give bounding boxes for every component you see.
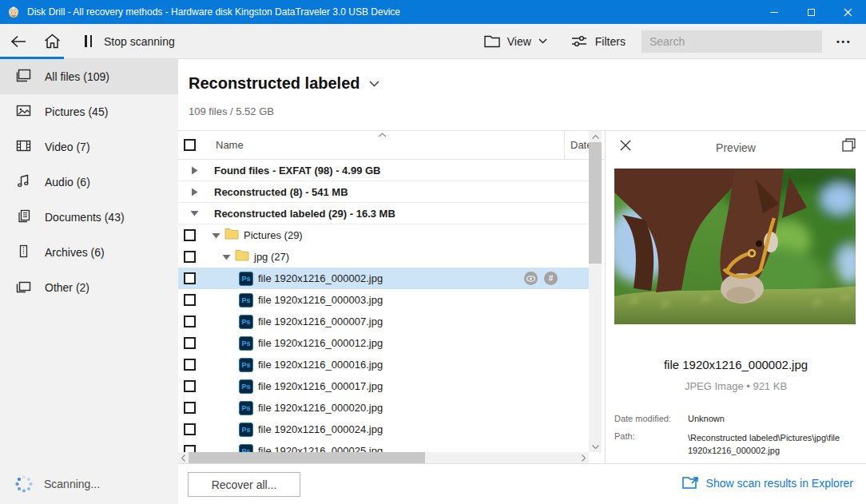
sidebar-item-all[interactable]: All files (109) [0,59,178,94]
file-row[interactable]: Psfile 1920x1216_000003.jpg [178,289,589,311]
close-icon [844,8,852,17]
preview-eye-button[interactable] [524,272,538,285]
search-input[interactable] [642,30,822,53]
vertical-scroll-thumb[interactable] [589,142,602,264]
sidebar-item-video[interactable]: Video (7) [0,129,178,165]
expand-arrow-icon[interactable] [189,208,200,219]
scroll-up-arrow-icon[interactable] [589,131,602,142]
sidebar-item-other[interactable]: Other (2) [0,270,178,305]
scroll-right-arrow-icon[interactable] [578,452,589,463]
row-checkbox[interactable] [184,229,196,241]
sidebar-item-documents[interactable]: Documents (43) [0,200,178,235]
pause-icon [85,35,92,47]
title-bar: Disk Drill - All recovery methods - Hard… [0,0,866,24]
arrow-left-icon [10,35,26,48]
file-row[interactable]: Psfile 1920x1216_000024.jpg [178,419,589,440]
filters-button[interactable]: Filters [571,34,626,48]
view-button[interactable]: View [484,34,547,48]
sidebar-item-pictures[interactable]: Pictures (45) [0,94,178,129]
other-icon [16,280,31,296]
file-row[interactable]: Psfile 1920x1216_000002.jpg# [178,268,589,289]
tree-row[interactable]: Pictures (29) [178,224,589,246]
all-files-icon [16,69,31,85]
horizontal-scroll-thumb[interactable] [189,452,425,463]
results-pane: Reconstructed labeled 109 files / 5.52 G… [178,59,605,504]
row-checkbox[interactable] [184,337,196,349]
horizontal-scrollbar[interactable] [178,452,589,463]
recover-all-button[interactable]: Recover all... [188,472,300,497]
folder-external-icon [682,476,699,490]
expand-arrow-icon[interactable] [210,230,221,241]
title-chevron-down-icon [369,81,379,87]
disk-drill-logo-icon [7,6,20,18]
show-in-explorer-link[interactable]: Show scan results in Explorer [682,476,853,490]
pictures-icon [16,104,31,121]
row-checkbox[interactable] [184,423,196,435]
preview-panel: Preview [605,130,866,463]
session-dropdown[interactable]: Reconstructed labeled [189,74,379,93]
maximize-button[interactable] [793,0,829,24]
stop-scanning-button[interactable]: Stop scanning [85,35,175,48]
row-checkbox[interactable] [184,359,196,371]
select-all-checkbox[interactable] [184,139,196,151]
file-row[interactable]: Psfile 1920x1216_000007.jpg [178,311,589,332]
vertical-scrollbar[interactable] [589,131,602,452]
photoshop-file-icon: Ps [239,423,253,437]
folder-icon [484,34,500,48]
hex-view-button[interactable]: # [544,272,558,285]
tree-row[interactable]: jpg (27) [178,246,589,268]
file-row[interactable]: Psfile 1920x1216_000017.jpg [178,375,589,397]
table-header: Name Date [178,131,605,160]
folder-icon [224,228,239,243]
tree-row[interactable]: Found files - EXFAT (98) - 4.99 GB [178,160,589,181]
sort-ascending-icon [378,133,387,137]
file-row[interactable]: Psfile 1920x1216_000020.jpg [178,397,589,419]
row-checkbox[interactable] [184,380,196,392]
tree-row[interactable]: Reconstructed (8) - 541 MB [178,181,589,203]
path-label: Path: [614,431,635,441]
scroll-down-arrow-icon[interactable] [589,441,602,452]
chevron-down-icon [538,38,547,44]
documents-icon [16,209,31,226]
file-tree: Name Date Found files - EXFAT (98) - 4.9… [178,130,605,463]
minimize-button[interactable] [756,0,793,24]
file-name-label: file 1920x1216_000007.jpg [258,315,383,327]
sidebar-item-audio[interactable]: Audio (6) [0,165,178,200]
photoshop-file-icon: Ps [239,293,253,308]
row-checkbox[interactable] [184,272,196,284]
row-checkbox[interactable] [184,315,196,327]
close-button[interactable] [829,0,866,24]
scroll-left-arrow-icon[interactable] [178,452,189,463]
more-menu-button[interactable]: ••• [833,32,855,51]
sidebar-item-archives[interactable]: Archives (6) [0,235,178,270]
preview-title: Preview [606,141,866,154]
sliders-icon [571,34,587,48]
file-name-label: file 1920x1216_000012.jpg [258,337,383,349]
row-checkbox[interactable] [184,445,196,452]
collapse-arrow-icon[interactable] [189,186,200,197]
row-checkbox[interactable] [184,294,196,306]
file-row[interactable]: Psfile 1920x1216_000012.jpg [178,332,589,354]
preview-footer: Show scan results in Explorer [605,463,866,504]
collapse-arrow-icon[interactable] [189,165,200,176]
file-row[interactable]: Psfile 1920x1216_000016.jpg [178,354,589,375]
show-in-explorer-label: Show scan results in Explorer [706,477,853,490]
column-header-name[interactable]: Name [216,139,244,151]
page-title: Reconstructed labeled [189,74,360,93]
sidebar-item-label: Video (7) [45,141,90,153]
back-button[interactable] [10,35,26,48]
row-checkbox[interactable] [184,251,196,263]
sidebar-item-label: Audio (6) [45,176,90,189]
sidebar-item-label: Documents (43) [45,211,125,224]
file-row[interactable]: Psfile 1920x1216_000025.jpg [178,440,589,452]
scanning-label: Scanning... [44,478,100,490]
file-name-label: file 1920x1216_000025.jpg [258,445,383,452]
preview-image [614,169,856,324]
row-checkbox[interactable] [184,402,196,414]
home-button[interactable] [44,34,61,49]
pop-out-icon[interactable] [842,138,856,152]
expand-arrow-icon[interactable] [220,252,232,263]
sidebar-item-label: All files (109) [45,70,109,83]
path-value: \Reconstructed labeled\Pictures\jpg\file… [688,431,859,457]
tree-row[interactable]: Reconstructed labeled (29) - 16.3 MB [178,203,589,224]
